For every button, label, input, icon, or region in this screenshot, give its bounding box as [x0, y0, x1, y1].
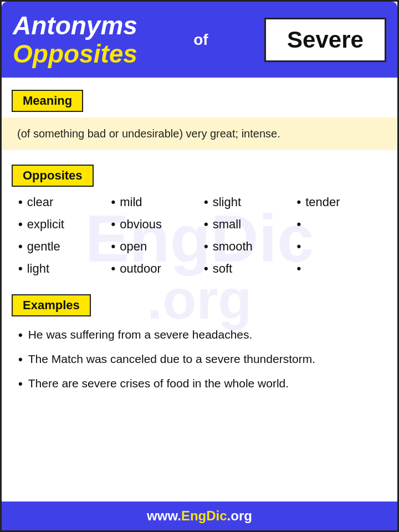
list-item: mild: [111, 192, 204, 212]
header: Antonyms Opposites of Severe: [2, 2, 397, 78]
list-item: outdoor: [111, 259, 204, 279]
footer-text: www.EngDic.org: [147, 508, 252, 523]
list-item: open: [111, 237, 204, 257]
header-antonyms-label: Antonyms: [13, 12, 137, 40]
meaning-section: Meaning (of something bad or undesirable…: [2, 78, 397, 150]
meaning-text: (of something bad or undesirable) very g…: [2, 117, 397, 150]
opposites-grid: clear mild slight tender explicit obviou…: [2, 187, 397, 281]
list-item: smooth: [204, 237, 297, 257]
header-of-label: of: [193, 31, 208, 49]
list-item: small: [204, 214, 297, 234]
footer-prefix: www.: [147, 508, 181, 523]
opposites-label: Opposites: [12, 165, 94, 187]
list-item: [297, 259, 390, 279]
header-word: Severe: [287, 27, 364, 53]
meaning-label: Meaning: [12, 90, 83, 112]
footer-brand: EngDic: [181, 508, 227, 523]
list-item: [297, 237, 390, 257]
list-item: slight: [204, 192, 297, 212]
list-item: obvious: [111, 214, 204, 234]
examples-section: Examples He was suffering from a severe …: [2, 281, 397, 401]
list-item: The Match was canceled due to a severe t…: [18, 347, 382, 372]
header-title-block: Antonyms Opposites: [13, 12, 137, 68]
opposites-section: Opposites clear mild slight tender expli…: [2, 150, 397, 281]
header-word-box: Severe: [264, 18, 386, 62]
list-item: soft: [204, 259, 297, 279]
list-item: tender: [297, 192, 390, 212]
list-item: There are severe crises of food in the w…: [18, 372, 382, 396]
examples-label: Examples: [12, 294, 91, 316]
list-item: gentle: [18, 237, 111, 257]
list-item: He was suffering from a severe headaches…: [18, 323, 382, 347]
header-opposites-label: Opposites: [13, 40, 137, 68]
footer-suffix: .org: [227, 508, 252, 523]
list-item: clear: [18, 192, 111, 212]
list-item: light: [18, 259, 111, 279]
footer: www.EngDic.org: [2, 502, 397, 530]
list-item: explicit: [18, 214, 111, 234]
examples-list: He was suffering from a severe headaches…: [2, 316, 397, 401]
list-item: [297, 214, 390, 234]
